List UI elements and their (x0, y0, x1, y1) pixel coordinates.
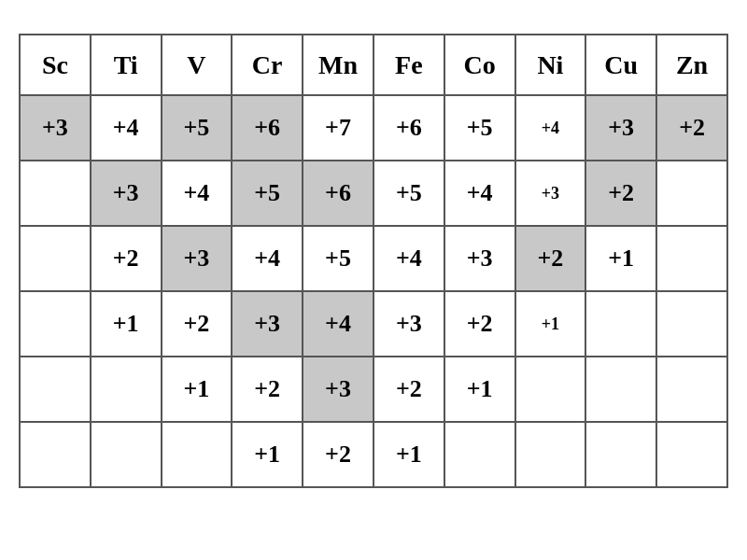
cell-r3-c0 (20, 291, 91, 357)
column-header-co: Co (444, 35, 515, 95)
cell-r0-c7: +4 (515, 95, 586, 161)
cell-r1-c4: +6 (303, 161, 374, 226)
header-row: ScTiVCrMnFeCoNiCuZn (20, 35, 727, 95)
cell-r5-c2 (162, 422, 233, 487)
cell-r5-c5: +1 (374, 422, 444, 487)
table-row: +1+2+1 (20, 422, 727, 487)
cell-r0-c8: +3 (585, 95, 656, 161)
cell-r1-c0 (20, 161, 91, 226)
column-header-ni: Ni (515, 35, 586, 95)
cell-r0-c2: +5 (162, 95, 233, 161)
cell-r4-c6: +1 (444, 357, 515, 422)
cell-r0-c3: +6 (232, 95, 303, 161)
column-header-ti: Ti (91, 35, 162, 95)
cell-r3-c4: +4 (303, 291, 374, 357)
cell-r0-c4: +7 (303, 95, 374, 161)
cell-r1-c5: +5 (374, 161, 444, 226)
cell-r3-c2: +2 (162, 291, 233, 357)
cell-r4-c4: +3 (303, 357, 374, 422)
cell-r0-c9: +2 (656, 95, 727, 161)
cell-r1-c7: +3 (515, 161, 586, 226)
cell-r1-c1: +3 (91, 161, 162, 226)
cell-r3-c8 (585, 291, 656, 357)
cell-r1-c9 (656, 161, 727, 226)
cell-r5-c8 (585, 422, 656, 487)
cell-r2-c4: +5 (303, 226, 374, 291)
column-header-fe: Fe (374, 35, 444, 95)
table-row: +1+2+3+4+3+2+1 (20, 291, 727, 357)
cell-r0-c5: +6 (374, 95, 444, 161)
table-row: +2+3+4+5+4+3+2+1 (20, 226, 727, 291)
cell-r2-c2: +3 (162, 226, 233, 291)
cell-r4-c8 (585, 357, 656, 422)
column-header-zn: Zn (656, 35, 727, 95)
table-row: +3+4+5+6+5+4+3+2 (20, 161, 727, 226)
table-row: +1+2+3+2+1 (20, 357, 727, 422)
cell-r3-c1: +1 (91, 291, 162, 357)
cell-r3-c7: +1 (515, 291, 586, 357)
cell-r5-c1 (91, 422, 162, 487)
cell-r2-c0 (20, 226, 91, 291)
cell-r5-c0 (20, 422, 91, 487)
cell-r4-c0 (20, 357, 91, 422)
cell-r1-c8: +2 (585, 161, 656, 226)
cell-r5-c4: +2 (303, 422, 374, 487)
cell-r4-c2: +1 (162, 357, 233, 422)
cell-r1-c2: +4 (162, 161, 233, 226)
cell-r2-c1: +2 (91, 226, 162, 291)
column-header-sc: Sc (20, 35, 91, 95)
oxidation-table: ScTiVCrMnFeCoNiCuZn +3+4+5+6+7+6+5+4+3+2… (19, 34, 728, 488)
cell-r2-c5: +4 (374, 226, 444, 291)
cell-r3-c3: +3 (232, 291, 303, 357)
cell-r0-c6: +5 (444, 95, 515, 161)
cell-r2-c8: +1 (585, 226, 656, 291)
cell-r0-c1: +4 (91, 95, 162, 161)
column-header-v: V (162, 35, 233, 95)
cell-r2-c3: +4 (232, 226, 303, 291)
cell-r2-c7: +2 (515, 226, 586, 291)
cell-r3-c6: +2 (444, 291, 515, 357)
column-header-cr: Cr (232, 35, 303, 95)
cell-r2-c9 (656, 226, 727, 291)
cell-r4-c5: +2 (374, 357, 444, 422)
cell-r4-c1 (91, 357, 162, 422)
cell-r2-c6: +3 (444, 226, 515, 291)
cell-r5-c6 (444, 422, 515, 487)
cell-r5-c9 (656, 422, 727, 487)
table-row: +3+4+5+6+7+6+5+4+3+2 (20, 95, 727, 161)
column-header-mn: Mn (303, 35, 374, 95)
cell-r3-c9 (656, 291, 727, 357)
cell-r5-c3: +1 (232, 422, 303, 487)
column-header-cu: Cu (585, 35, 656, 95)
cell-r1-c3: +5 (232, 161, 303, 226)
cell-r3-c5: +3 (374, 291, 444, 357)
cell-r4-c7 (515, 357, 586, 422)
cell-r4-c9 (656, 357, 727, 422)
cell-r5-c7 (515, 422, 586, 487)
cell-r0-c0: +3 (20, 95, 91, 161)
cell-r4-c3: +2 (232, 357, 303, 422)
cell-r1-c6: +4 (444, 161, 515, 226)
